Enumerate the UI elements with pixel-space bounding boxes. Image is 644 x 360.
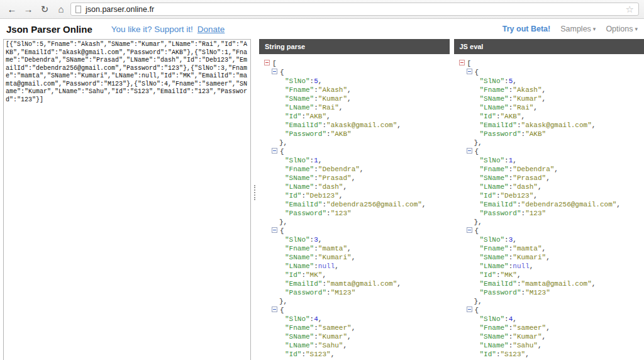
json-punctuation: , (513, 157, 517, 164)
json-punctuation: : (504, 157, 509, 164)
json-number-value: 1 (314, 157, 318, 164)
json-key: "EmailId" (480, 201, 517, 208)
json-input[interactable]: [{"SlNo":5,"Fname":"Akash","SName":"Kuma… (3, 39, 251, 360)
tree-field-line: "SlNo":4, (459, 315, 644, 323)
tree-array-open-line: [ (264, 59, 450, 68)
tree-field-line: "Fname":"mamta", (264, 244, 450, 253)
samples-menu[interactable]: Samples ▾ (560, 25, 596, 33)
tree-field-line: "EmailId":"debendra256@gmail.com", (459, 200, 644, 209)
collapse-toggle-icon[interactable] (467, 69, 472, 74)
json-punctuation: , (616, 201, 621, 208)
tree-object-open-line: { (459, 147, 644, 156)
app-header: Json Parser Online You like it? Support … (0, 19, 644, 39)
json-key: "Id" (480, 351, 496, 358)
json-string-value: "AKB" (525, 130, 546, 138)
json-punctuation: [ (272, 60, 277, 67)
forward-icon[interactable]: → (21, 3, 35, 16)
json-punctuation: , (318, 77, 323, 85)
json-punctuation: , (326, 113, 331, 120)
collapse-toggle-icon[interactable] (272, 148, 277, 154)
json-punctuation: [ (467, 60, 472, 67)
tree-field-line: "SName":"Kumar", (459, 94, 644, 103)
json-punctuation: : (517, 121, 521, 129)
json-string-value: "M123" (331, 289, 356, 296)
json-punctuation: , (343, 183, 347, 191)
json-key: "Password" (285, 289, 326, 296)
json-key: "EmailId" (285, 201, 322, 208)
tree-field-line: "SlNo":3, (459, 235, 644, 244)
url-text[interactable]: json.parser.online.fr (86, 5, 621, 14)
json-punctuation: , (339, 104, 343, 111)
json-key: "SName" (480, 333, 509, 340)
json-punctuation: : (496, 271, 501, 279)
try-beta-link[interactable]: Try out Beta! (502, 25, 550, 33)
main-content: [{"SlNo":5,"Fname":"Akash","SName":"Kuma… (0, 39, 644, 360)
json-string-value: "AKB" (331, 130, 352, 138)
json-string-value: "mamta" (513, 245, 541, 252)
back-icon[interactable]: ← (5, 3, 19, 16)
support-text: You like it? Support it! (111, 25, 193, 34)
json-punctuation: , (339, 192, 343, 200)
collapse-toggle-icon[interactable] (272, 307, 277, 312)
tree-field-line: "LName":"Rai", (264, 103, 450, 112)
json-punctuation: : (326, 210, 331, 217)
json-key: "SName" (285, 254, 314, 261)
collapse-toggle-icon[interactable] (272, 69, 277, 74)
home-icon[interactable]: ⌂ (54, 3, 68, 16)
tree-object-close-line: }, (459, 218, 644, 227)
splitter-handle[interactable] (252, 39, 258, 360)
json-string-value: "sameer" (513, 324, 546, 332)
tree-field-line: "Id":"AKB", (459, 112, 644, 121)
json-string-value: "Kumari" (318, 254, 352, 261)
tree-field-line: "LName":null, (459, 262, 644, 271)
tree-field-line: "Id":"AKB", (264, 112, 450, 121)
json-key: "Id" (480, 271, 496, 279)
json-punctuation: { (280, 307, 284, 314)
refresh-icon[interactable]: ↻ (38, 3, 52, 16)
collapse-toggle-icon[interactable] (459, 60, 465, 65)
json-key: "EmailId" (480, 121, 517, 129)
collapse-toggle-icon[interactable] (467, 227, 472, 233)
collapse-toggle-icon[interactable] (264, 60, 270, 65)
splitter-dots-icon (254, 185, 255, 200)
collapse-toggle-icon[interactable] (467, 148, 472, 154)
tree-object-close-line: }, (459, 138, 644, 147)
json-punctuation: : (326, 130, 331, 138)
address-bar[interactable]: json.parser.online.fr ☆ (70, 3, 639, 16)
tree-field-line: "LName":"dash", (459, 183, 644, 191)
bookmark-star-icon[interactable]: ☆ (626, 3, 634, 16)
tree-field-line: "Password":"AKB" (264, 130, 450, 138)
json-key: "Fname" (285, 166, 314, 173)
json-number-value: 4 (314, 315, 318, 323)
json-punctuation: , (352, 174, 356, 182)
tree-field-line: "Id":"S123", (264, 350, 450, 359)
json-punctuation: , (513, 236, 517, 244)
tree-field-line: "SName":"Prasad", (264, 174, 450, 183)
json-key: "LName" (480, 342, 509, 349)
page-title: Json Parser Online (6, 24, 92, 35)
tree-field-line: "SlNo":5, (264, 77, 450, 86)
collapse-toggle-icon[interactable] (467, 307, 472, 312)
json-key: "Fname" (480, 166, 509, 173)
donate-link[interactable]: Donate (197, 25, 225, 34)
json-key: "Password" (480, 210, 521, 217)
tree-object-open-line: { (264, 147, 450, 156)
tree-field-line: "Fname":"Debendra", (264, 165, 450, 174)
string-parse-header: String parse (259, 39, 450, 54)
json-string-value: "123" (525, 210, 546, 217)
json-string-value: "Kumari" (513, 254, 546, 261)
tree-field-line: "SlNo":3, (264, 235, 450, 244)
json-key: "Fname" (480, 324, 509, 332)
json-key: "Password" (285, 210, 326, 217)
js-eval-tree: [{"SlNo":5,"Fname":"Akash","SName":"Kuma… (454, 54, 644, 360)
json-key: "SName" (480, 174, 509, 182)
tree-object-close-line: }, (459, 297, 644, 306)
json-string-value: "S123" (501, 351, 526, 358)
json-key: "SlNo" (285, 157, 310, 164)
json-key: "SName" (480, 95, 509, 103)
json-punctuation: : (517, 201, 521, 208)
json-punctuation: }, (474, 298, 482, 305)
options-menu[interactable]: Options ▾ (606, 25, 638, 33)
json-punctuation: : (496, 192, 501, 200)
collapse-toggle-icon[interactable] (272, 227, 277, 233)
